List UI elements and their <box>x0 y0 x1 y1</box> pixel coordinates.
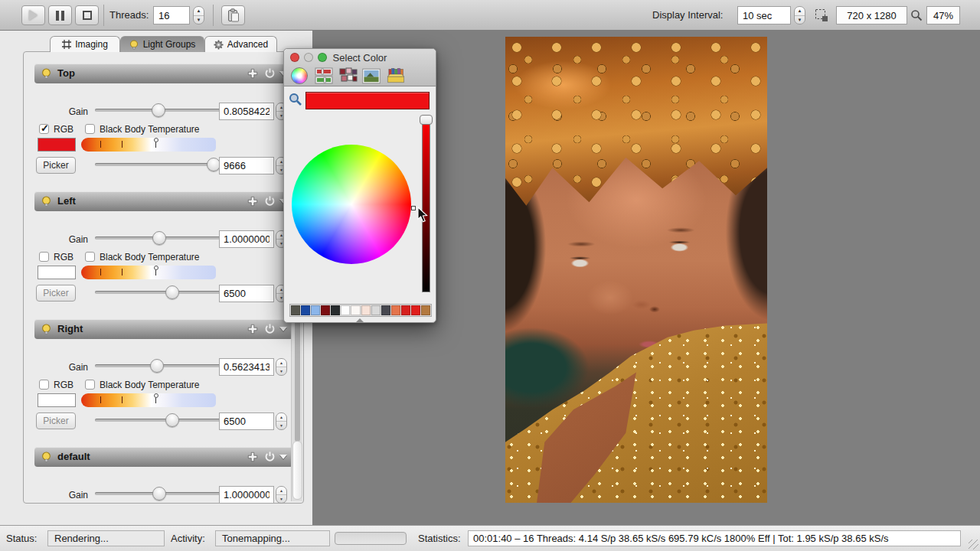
crayons-mode-button[interactable] <box>387 67 405 85</box>
brightness-slider-thumb[interactable] <box>420 115 433 125</box>
resize-resolution-icon[interactable] <box>815 8 829 23</box>
play-button[interactable] <box>21 5 45 25</box>
swatch[interactable] <box>411 305 420 315</box>
swatch[interactable] <box>351 305 360 315</box>
dialog-titlebar: Select Color <box>284 49 436 86</box>
power-toggle-icon[interactable] <box>264 195 276 207</box>
slider-thumb[interactable] <box>165 285 179 299</box>
slider-thumb[interactable] <box>152 103 165 117</box>
tab-light-groups[interactable]: Light Groups <box>120 36 204 52</box>
status-value: Rendering... <box>47 530 165 546</box>
color-wheel-selection-marker[interactable] <box>411 206 416 210</box>
swatch[interactable] <box>401 305 410 315</box>
lightbulb-icon <box>41 324 52 334</box>
color-sliders-mode-button[interactable] <box>315 67 333 85</box>
black-body-checkbox[interactable] <box>85 252 95 262</box>
swatch[interactable] <box>421 305 430 315</box>
rgb-checkbox[interactable] <box>39 252 49 262</box>
picker-button[interactable]: Picker <box>36 285 76 302</box>
color-swatch[interactable] <box>38 266 76 279</box>
add-group-icon[interactable] <box>247 196 258 207</box>
color-wheel[interactable] <box>292 145 411 264</box>
swatch[interactable] <box>331 305 340 315</box>
image-palettes-mode-button[interactable] <box>362 67 381 85</box>
slider-thumb[interactable] <box>152 231 166 245</box>
add-group-icon[interactable] <box>247 452 258 462</box>
threads-stepper[interactable]: ▲▼ <box>193 6 204 24</box>
minimize-icon[interactable] <box>304 53 313 62</box>
color-swatch[interactable] <box>38 393 76 407</box>
threads-input[interactable] <box>153 6 190 24</box>
swatch-drawer-handle[interactable] <box>356 318 364 322</box>
swatch[interactable] <box>311 305 320 315</box>
black-body-checkbox[interactable] <box>85 380 95 390</box>
color-palette-mode-button[interactable] <box>339 67 358 85</box>
color-swatch[interactable] <box>38 138 76 152</box>
scrollbar-thumb[interactable] <box>292 441 302 500</box>
group-header: Top <box>34 64 293 83</box>
gain-stepper[interactable]: ▲▼ <box>276 358 287 376</box>
swatch[interactable] <box>321 305 330 315</box>
pause-button[interactable] <box>48 5 72 25</box>
resolution-display[interactable]: 551 x 980 <box>836 6 907 24</box>
selected-color-preview <box>305 92 430 109</box>
gain-slider[interactable] <box>95 103 227 116</box>
gain-value-input[interactable] <box>219 358 274 376</box>
collapse-chevron-icon[interactable] <box>279 327 287 331</box>
tab-advanced[interactable]: Advanced <box>204 36 277 52</box>
slider-thumb[interactable] <box>150 359 164 373</box>
picker-button[interactable]: Picker <box>36 412 76 429</box>
swatch[interactable] <box>391 305 400 315</box>
window-resize-grip[interactable] <box>969 540 978 549</box>
color-picker-magnifier-icon[interactable] <box>289 93 302 106</box>
gain-slider[interactable] <box>95 358 227 372</box>
picker-value-input[interactable] <box>219 412 274 430</box>
display-interval-input[interactable] <box>737 6 791 24</box>
gain-value-input[interactable] <box>219 230 274 248</box>
display-interval-stepper[interactable]: ▲▼ <box>794 6 805 24</box>
zoom-window-icon[interactable] <box>318 53 327 62</box>
collapse-chevron-icon[interactable] <box>279 455 287 459</box>
swatch[interactable] <box>361 305 371 315</box>
power-toggle-icon[interactable] <box>264 323 276 334</box>
gain-slider[interactable] <box>95 230 227 244</box>
brightness-slider[interactable] <box>422 119 430 292</box>
rgb-checkbox[interactable] <box>39 124 49 134</box>
swatch[interactable] <box>341 305 350 315</box>
rgb-checkbox[interactable] <box>39 380 49 390</box>
swatch[interactable] <box>381 305 390 315</box>
lightbulb-icon <box>41 68 52 79</box>
picker-value-input[interactable] <box>219 157 274 174</box>
zoom-level-display[interactable]: 47% <box>926 6 960 24</box>
swatch[interactable] <box>291 305 300 315</box>
gain-slider[interactable] <box>95 486 227 500</box>
color-wheel-mode-button[interactable] <box>290 67 309 85</box>
add-group-icon[interactable] <box>247 68 258 79</box>
slider-thumb[interactable] <box>152 487 166 500</box>
stop-button[interactable] <box>75 5 99 25</box>
copy-to-clipboard-button[interactable] <box>221 5 245 25</box>
group-header: default <box>34 447 293 467</box>
gain-value-input[interactable] <box>219 103 274 120</box>
add-group-icon[interactable] <box>247 324 258 334</box>
picker-slider[interactable] <box>95 157 227 171</box>
zoom-magnifier-icon[interactable] <box>910 9 923 21</box>
close-icon[interactable] <box>290 53 299 62</box>
gain-stepper[interactable]: ▲▼ <box>276 486 287 504</box>
tab-imaging[interactable]: Imaging <box>50 36 120 52</box>
black-body-checkbox[interactable] <box>85 124 95 134</box>
power-toggle-icon[interactable] <box>264 67 276 79</box>
swatch[interactable] <box>371 305 381 315</box>
picker-button[interactable]: Picker <box>36 157 76 174</box>
slider-thumb[interactable] <box>165 413 179 427</box>
picker-slider[interactable] <box>95 412 227 426</box>
gain-value-input[interactable] <box>219 486 274 504</box>
power-toggle-icon[interactable] <box>264 451 276 462</box>
picker-slider[interactable] <box>95 285 227 298</box>
gain-label: Gain <box>59 490 88 500</box>
picker-value-input[interactable] <box>219 285 274 302</box>
swatch[interactable] <box>301 305 310 315</box>
rgb-label: RGB <box>54 252 74 262</box>
lightbulb-icon <box>129 40 139 50</box>
picker-stepper[interactable]: ▲▼ <box>276 412 287 430</box>
